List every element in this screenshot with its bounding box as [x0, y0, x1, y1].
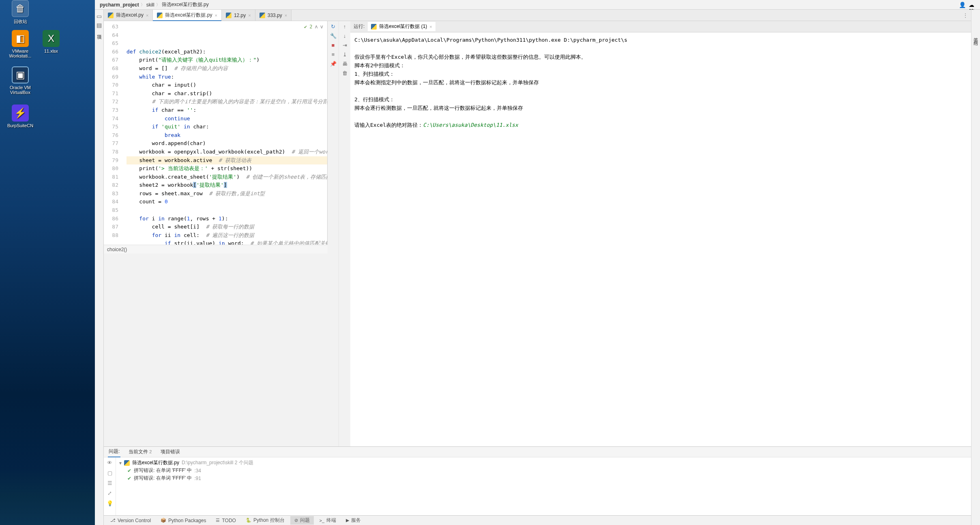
next-highlight-icon[interactable]: v: [320, 23, 323, 31]
problems-list: ▾筛选excel某行数据.py D:\pycharm_project\skill…: [116, 457, 971, 515]
python-file-icon: [157, 13, 163, 18]
python-file-icon: [108, 13, 114, 18]
python-file-icon: [226, 13, 232, 18]
close-tab-icon[interactable]: ×: [215, 13, 217, 18]
close-tab-icon[interactable]: ×: [248, 13, 251, 18]
bulb-icon[interactable]: 💡: [107, 500, 113, 506]
run-console[interactable]: C:\Users\asuka\AppData\Local\Programs\Py…: [350, 32, 971, 446]
problems-toolbar: 👁 ▢ ☰ ⤢ 💡: [104, 457, 116, 515]
problems-panel: 问题:当前文件2项目错误 👁 ▢ ☰ ⤢ 💡 ▾筛选excel某行数据.py D…: [104, 446, 971, 515]
status-button[interactable]: ▶服务: [342, 516, 365, 525]
tabs-more-icon[interactable]: ⋮: [960, 10, 971, 21]
expand-icon[interactable]: ⤢: [107, 490, 112, 496]
square-icon[interactable]: ▢: [107, 470, 112, 476]
breadcrumb-root[interactable]: pycharm_project: [98, 2, 141, 8]
editor-tab[interactable]: 筛选excel.py×: [104, 10, 153, 21]
breadcrumb-file[interactable]: 筛选excel某行数据.py: [160, 1, 210, 8]
line-numbers: 63 64 65 66 67 68 69 70 71 72 73 74 75 7…: [104, 21, 121, 245]
trash-icon[interactable]: 🗑: [342, 70, 347, 76]
run-header: 运行: 筛选excel某行数据 (1) ×: [350, 21, 971, 32]
fold-gutter: [121, 21, 127, 245]
layout-icon[interactable]: ≡: [332, 51, 335, 58]
problems-tab[interactable]: 当前文件2: [128, 447, 152, 457]
down-icon[interactable]: ↓: [343, 33, 346, 39]
filter-icon[interactable]: ☰: [107, 480, 112, 486]
right-tool-strip: 书签结构: [971, 10, 980, 525]
prev-highlight-icon[interactable]: ʌ: [315, 23, 318, 31]
navigation-bar: pycharm_project 〉 skill 〉 筛选excel某行数据.py…: [95, 0, 980, 10]
python-file-icon: [124, 460, 130, 466]
run-toolbar-right: ↑ ↓ ⇥ ⤓ 🖶 🗑: [339, 21, 350, 446]
print-icon[interactable]: 🖶: [342, 61, 347, 67]
problems-tab[interactable]: 问题:: [108, 446, 120, 457]
stop-icon[interactable]: ■: [332, 42, 335, 48]
status-button[interactable]: ⊘问题: [290, 516, 314, 525]
vmware-icon[interactable]: ◧VMware Workstati...: [5, 30, 36, 58]
up-icon[interactable]: ↑: [343, 23, 346, 30]
run-toolbar-left: ↻ 🔧 ■ ≡ 📌: [328, 21, 339, 446]
inspection-hints: ✔2 ʌ v: [304, 23, 323, 31]
burpsuite-icon[interactable]: ⚡BurpSuiteCN: [5, 105, 36, 128]
run-config-tab[interactable]: 筛选excel某行数据 (1) ×: [368, 22, 435, 31]
status-button[interactable]: >_终端: [315, 516, 341, 525]
xlsx-file-icon[interactable]: X11.xlsx: [36, 30, 66, 53]
project-tool-icon[interactable]: ▭: [96, 13, 102, 19]
virtualbox-icon[interactable]: ▣Oracle VM VirtualBox: [5, 66, 36, 95]
editor-breadcrumb[interactable]: choice2(): [104, 245, 328, 254]
sync-icon[interactable]: ☁ 筛: [969, 2, 977, 8]
recycle-bin-icon[interactable]: 🗑回收站: [5, 0, 36, 25]
eye-icon[interactable]: 👁: [107, 460, 112, 466]
editor-tab[interactable]: 333.py×: [255, 10, 292, 21]
status-bar: ⎇Version Control📦Python Packages☰TODO🐍Py…: [104, 515, 971, 525]
soft-wrap-icon[interactable]: ⇥: [343, 42, 347, 48]
code-editor[interactable]: 63 64 65 66 67 68 69 70 71 72 73 74 75 7…: [104, 21, 328, 245]
pin-icon[interactable]: 📌: [330, 61, 337, 67]
folder-icon[interactable]: ▤: [96, 22, 102, 28]
editor-tab[interactable]: 12.py×: [222, 10, 255, 21]
status-button[interactable]: 📦Python Packages: [157, 517, 210, 524]
status-button[interactable]: ⎇Version Control: [106, 517, 155, 524]
problems-tab[interactable]: 项目错误: [160, 447, 181, 457]
problem-item[interactable]: ✔拼写错误: 在单词 'FFFF' 中 :91: [116, 474, 971, 482]
problems-tabs: 问题:当前文件2项目错误: [104, 447, 971, 457]
desktop-background: 🗑回收站 ◧VMware Workstati... X11.xlsx ▣Orac…: [0, 0, 95, 525]
left-tool-strip: ▭ ▤ 项目: [95, 10, 104, 525]
editor-tabs: 筛选excel.py×筛选excel某行数据.py×12.py×333.py×⋮: [104, 10, 971, 21]
editor-tab[interactable]: 筛选excel某行数据.py×: [153, 10, 221, 21]
scroll-end-icon[interactable]: ⤓: [343, 51, 347, 58]
status-button[interactable]: ☰TODO: [212, 517, 240, 524]
breadcrumb-folder[interactable]: skill: [145, 2, 156, 8]
run-title: 运行:: [354, 23, 365, 30]
close-run-tab-icon[interactable]: ×: [429, 24, 432, 29]
user-icon[interactable]: 👤▾: [959, 2, 965, 8]
rerun-icon[interactable]: ↻: [331, 23, 335, 30]
pycharm-window: pycharm_project 〉 skill 〉 筛选excel某行数据.py…: [95, 0, 980, 525]
close-tab-icon[interactable]: ×: [285, 13, 287, 18]
status-button[interactable]: 🐍Python 控制台: [242, 516, 289, 525]
python-file-icon: [259, 13, 265, 18]
wrench-icon[interactable]: 🔧: [330, 33, 337, 39]
problem-item[interactable]: ✔拼写错误: 在单词 'FFFF' 中 :34: [116, 467, 971, 474]
close-tab-icon[interactable]: ×: [146, 13, 148, 18]
problem-file-row[interactable]: ▾筛选excel某行数据.py D:\pycharm_project\skill…: [116, 459, 971, 467]
